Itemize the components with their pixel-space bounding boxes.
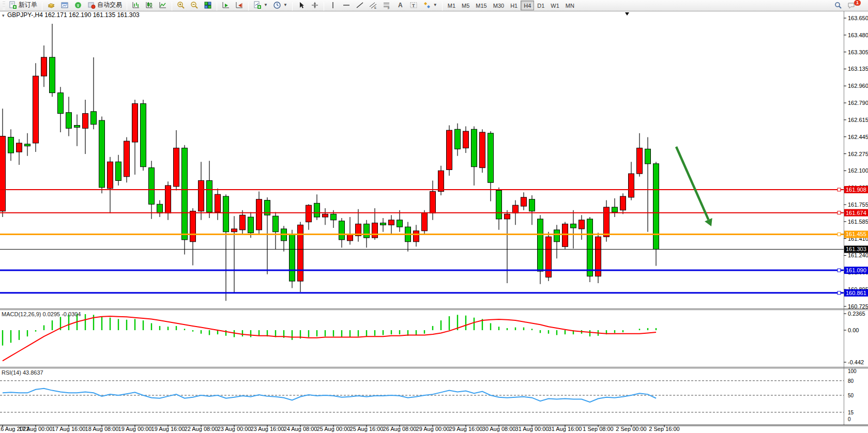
chart-canvas[interactable]: 163.650163.480163.305163.135162.960162.7… — [0, 11, 868, 433]
candle-body — [455, 129, 461, 149]
charts-window-button[interactable] — [58, 0, 71, 10]
timeframe-m1-button[interactable]: M1 — [445, 1, 459, 10]
price-tick-label: 162.615 — [848, 117, 868, 123]
timeframe-w1-button[interactable]: W1 — [547, 1, 562, 10]
periods-button[interactable]: ▼ — [271, 0, 290, 10]
cursor-button[interactable] — [295, 0, 308, 10]
timeframe-d1-button[interactable]: D1 — [534, 1, 547, 10]
price-badge-label: 160.861 — [846, 290, 866, 296]
hline-handle[interactable] — [837, 233, 841, 236]
candle-body — [438, 171, 444, 191]
rsi-label: RSI(14) 43.8637 — [2, 369, 43, 376]
candle-body — [471, 129, 477, 167]
toolbar-buttons: 新订单自动交易▼▼EFAT▼ — [6, 0, 445, 11]
new-chart-button[interactable]: ▼ — [251, 0, 270, 10]
dropdown-arrow-icon: ▼ — [433, 3, 437, 7]
candle-body — [505, 214, 510, 219]
hline-handle[interactable] — [837, 269, 841, 272]
time-tick-label: 31 Aug 16:00 — [549, 426, 582, 432]
candle-body — [17, 143, 22, 152]
time-tick-label: 26 Aug 08:00 — [383, 426, 417, 432]
candle-body — [215, 194, 221, 212]
candle-body — [149, 168, 155, 205]
candle-body — [174, 148, 179, 186]
candle-body — [132, 104, 138, 142]
hline-handle[interactable] — [837, 211, 841, 214]
candle-body — [141, 104, 146, 167]
candle-body — [587, 219, 593, 276]
arrows-button[interactable]: ▼ — [421, 0, 439, 10]
candle-body — [380, 223, 386, 225]
candle-body — [620, 196, 626, 210]
candle-body — [66, 113, 72, 129]
candle-chart-button[interactable] — [143, 0, 156, 10]
tile-windows-button[interactable] — [202, 0, 214, 10]
candle-body — [323, 214, 328, 217]
candle-body — [645, 149, 651, 164]
zoom-in-button[interactable] — [175, 0, 187, 10]
auto-scroll-icon — [222, 1, 230, 9]
time-tick-label: 17 Aug 16:00 — [52, 426, 86, 432]
timeframe-mn-button[interactable]: MN — [562, 1, 577, 10]
candle-body — [637, 148, 643, 174]
zoom-out-button[interactable] — [188, 0, 201, 10]
auto-scroll-button[interactable] — [220, 0, 232, 10]
fibonacci-button[interactable]: F — [380, 0, 393, 10]
search-button[interactable] — [832, 0, 844, 11]
signals-button[interactable] — [72, 0, 84, 10]
chart-shift-icon — [235, 1, 243, 9]
timeframe-m30-button[interactable]: M30 — [490, 1, 507, 10]
equidistant-channel-button[interactable]: E — [367, 0, 379, 10]
line-chart-button[interactable] — [157, 0, 169, 10]
auto-trading-button[interactable]: 自动交易 — [85, 0, 124, 10]
price-badge-161.455: 161.455 — [844, 230, 868, 238]
new-order-button[interactable]: 新订单 — [7, 0, 39, 10]
candle-body — [571, 224, 576, 228]
toolbar-grip[interactable] — [3, 2, 5, 9]
timeframe-m5-button[interactable]: M5 — [459, 1, 473, 10]
price-tick-label: 162.960 — [848, 83, 868, 89]
profiles-button[interactable] — [45, 0, 57, 10]
candle-body — [207, 180, 212, 212]
notification-badge: 1 — [854, 0, 861, 6]
candle-body — [339, 221, 345, 240]
horizontal-line-button[interactable] — [340, 0, 353, 10]
chart-shift-button[interactable] — [233, 0, 246, 10]
text-button[interactable]: A — [394, 0, 406, 10]
time-axis[interactable]: 16 Aug 202217 Aug 00:0017 Aug 16:0018 Au… — [0, 425, 680, 432]
timeframe-h1-button[interactable]: H1 — [507, 1, 521, 10]
new-chart-icon — [253, 1, 262, 9]
price-tick-label: 161.755 — [848, 202, 868, 208]
vertical-line-button[interactable] — [327, 0, 339, 10]
trendline-button[interactable] — [354, 0, 366, 10]
periods-icon — [273, 1, 281, 9]
time-tick-label: 30 Aug 08:00 — [482, 426, 516, 432]
time-tick-label: 19 Aug 00:00 — [118, 426, 152, 432]
time-tick-label: 23 Aug 16:00 — [251, 426, 284, 432]
candle-body — [108, 162, 113, 189]
timeframe-m15-button[interactable]: M15 — [473, 1, 490, 10]
chart-window[interactable]: 163.650163.480163.305163.135162.960162.7… — [0, 11, 868, 433]
timeframe-h4-button[interactable]: H4 — [521, 1, 534, 10]
rsi-tick-label: 15 — [848, 410, 854, 415]
hline-handle[interactable] — [837, 291, 841, 295]
price-badge-161.303: 161.303 — [844, 245, 868, 253]
price-tick-label: 160.725 — [848, 303, 868, 310]
price-badge-label: 161.090 — [846, 267, 866, 273]
candle-body — [99, 120, 105, 188]
new-order-label: 新订单 — [19, 1, 37, 9]
hline-handle[interactable] — [837, 188, 841, 191]
chat-button[interactable]: 1 — [845, 0, 866, 11]
rsi-tick-label: 0 — [848, 416, 851, 422]
time-tick-label: 31 Aug 00:00 — [515, 426, 549, 432]
time-tick-label: 19 Aug 16:00 — [151, 426, 185, 432]
text-label-button[interactable]: T — [407, 0, 420, 10]
tile-windows-icon — [204, 1, 212, 9]
crosshair-button[interactable] — [309, 0, 321, 10]
bar-chart-button[interactable] — [130, 0, 142, 10]
toolbar-separator — [127, 2, 127, 11]
candle-body — [372, 223, 378, 238]
candle-body — [25, 144, 31, 146]
auto-trading-label: 自动交易 — [97, 1, 122, 9]
candle-body — [612, 207, 618, 212]
